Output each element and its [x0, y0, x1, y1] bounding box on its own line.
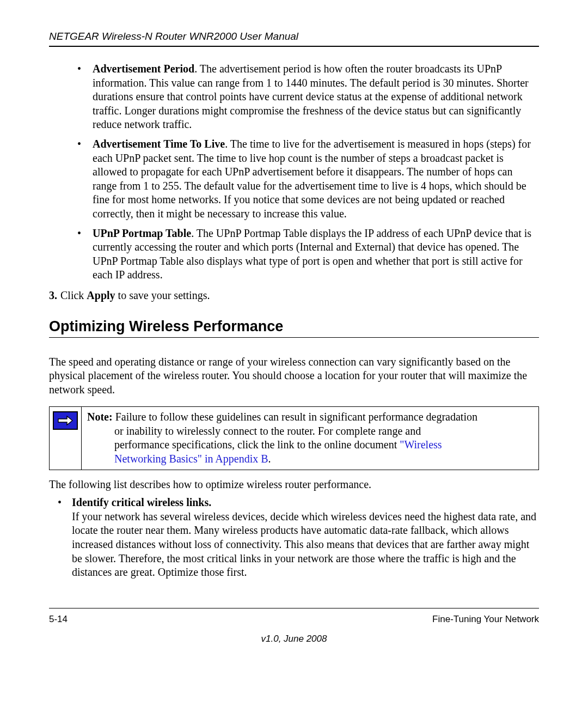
- note-box: Note: Failure to follow these guidelines…: [49, 406, 539, 470]
- term: Advertisement Period: [93, 63, 194, 75]
- section-heading: Optimizing Wireless Performance: [49, 318, 539, 335]
- heading-rule: [49, 337, 539, 338]
- step-pre: Click: [60, 289, 87, 301]
- footer-version: v1.0, June 2008: [49, 634, 539, 644]
- running-header: NETGEAR Wireless-N Router WNR2000 User M…: [49, 31, 539, 42]
- bullet-advertisement-ttl: Advertisement Time To Live. The time to …: [73, 137, 539, 221]
- header-rule: [49, 46, 539, 47]
- term: UPnP Portmap Table: [93, 227, 191, 239]
- link-wireless-basics-2[interactable]: Networking Basics" in Appendix B: [114, 453, 268, 465]
- note-line2a: or inability to wirelessly connect to th…: [87, 424, 533, 439]
- bullet-advertisement-period: Advertisement Period. The advertisement …: [73, 62, 539, 132]
- upnp-bullet-list: Advertisement Period. The advertisement …: [73, 62, 539, 282]
- note-period: .: [268, 453, 271, 465]
- note-label: Note:: [87, 411, 113, 423]
- followup-paragraph: The following list describes how to opti…: [49, 478, 539, 492]
- footer-page-number: 5-14: [49, 614, 68, 625]
- desc: . The time to live for the advertisement…: [93, 138, 531, 220]
- note-line2b: performance specifications, click the li…: [114, 439, 400, 451]
- page: NETGEAR Wireless-N Router WNR2000 User M…: [0, 0, 588, 666]
- note-line1: Failure to follow these guidelines can r…: [113, 411, 477, 423]
- note-icon-cell: [50, 407, 82, 469]
- footer-rule: [49, 608, 539, 608]
- term: Advertisement Time To Live: [93, 138, 225, 150]
- step-post: to save your settings.: [115, 289, 210, 301]
- note-text: Note: Failure to follow these guidelines…: [82, 407, 538, 469]
- page-footer: 5-14 Fine-Tuning Your Network v1.0, June…: [49, 608, 539, 644]
- opt-body: If your network has several wireless dev…: [72, 510, 536, 578]
- intro-paragraph: The speed and operating distance or rang…: [49, 355, 539, 397]
- bullet-upnp-portmap: UPnP Portmap Table. The UPnP Portmap Tab…: [73, 227, 539, 282]
- opt-title: Identify critical wireless links.: [72, 496, 211, 508]
- step-bold: Apply: [87, 289, 115, 301]
- footer-chapter: Fine-Tuning Your Network: [432, 614, 539, 625]
- bullet-identify-links: Identify critical wireless links. If you…: [58, 496, 539, 580]
- step-3: 3.Click Apply to save your settings.: [49, 289, 539, 303]
- link-wireless-basics[interactable]: "Wireless: [400, 439, 442, 451]
- arrow-right-icon: [53, 411, 78, 430]
- step-number: 3.: [49, 289, 57, 301]
- optimization-list: Identify critical wireless links. If you…: [58, 496, 539, 580]
